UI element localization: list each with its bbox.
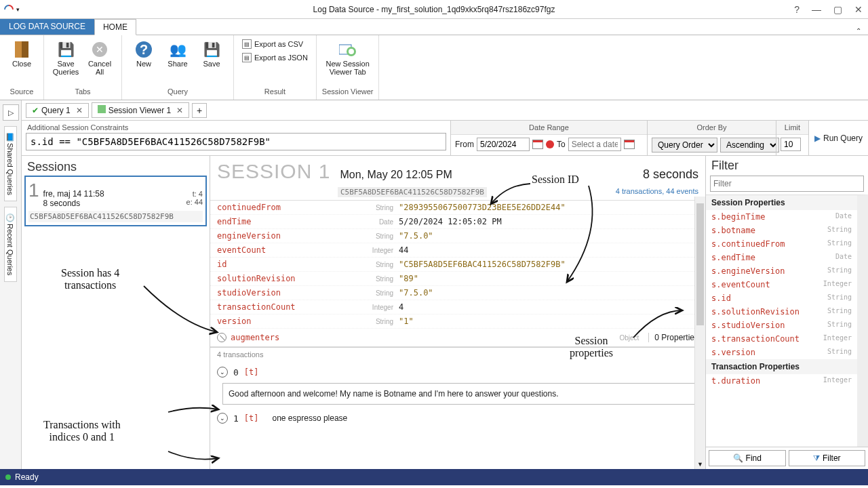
transaction-props-header: Transaction Properties [706, 359, 857, 374]
property-row: continuedFromString2893955067500773D23BE… [210, 201, 705, 215]
session-card[interactable]: 1 fre, maj 14 11:58 8 seconds t: 4 e: 44… [24, 176, 207, 226]
tab-query-1[interactable]: ✔ Query 1 ✕ [26, 103, 89, 118]
check-icon: ✔ [32, 106, 39, 115]
limit-input[interactable] [781, 138, 801, 151]
save-queries-button[interactable]: 💾 Save Queries [50, 38, 82, 87]
filter-prop-row[interactable]: t.durationInteger [706, 374, 857, 388]
transaction-message: Good afternoon and welcome! My name is B… [222, 383, 698, 405]
constraint-label: Additional Session Constraints [22, 121, 450, 133]
save-icon: 💾 [203, 41, 220, 58]
session-hash: C5BF5A8D5EF6BAC411526C58D7582F9B [338, 187, 487, 197]
status-bar: Ready [0, 469, 868, 485]
clock-icon: 🕑 [6, 213, 14, 222]
property-row: engineVersionString7.5.0 [210, 229, 705, 243]
door-icon [13, 41, 31, 58]
filter-prop-row[interactable]: s.endTimeDate [706, 251, 857, 264]
filter-button[interactable]: ⧩Filter [789, 450, 866, 466]
shared-queries-tab[interactable]: 📘 Shared Queries [4, 126, 17, 201]
session-viewer-icon [339, 41, 357, 58]
save-icon: 💾 [57, 41, 75, 58]
filter-prop-row[interactable]: s.transactionCountInteger [706, 332, 857, 346]
add-tab-button[interactable]: + [192, 103, 207, 118]
session-detail: SESSION 1 Mon, May 20 12:05 PM 8 seconds… [210, 156, 705, 469]
null-icon [217, 333, 226, 342]
find-button[interactable]: 🔍Find [709, 450, 786, 466]
close-button[interactable]: Close [5, 38, 38, 87]
new-session-viewer-button[interactable]: New Session Viewer Tab [323, 38, 372, 87]
filter-prop-row[interactable]: s.idString [706, 291, 857, 305]
sessions-column: Sessions 1 fre, maj 14 11:58 8 seconds t… [22, 156, 210, 469]
filter-prop-row[interactable]: s.botnameString [706, 224, 857, 237]
new-query-button[interactable]: ? New [127, 38, 160, 87]
ribbon-tabs: LOG DATA SOURCE HOME ⌃ [0, 19, 868, 35]
sessions-title: Sessions [24, 159, 207, 176]
to-date-input[interactable] [568, 138, 621, 151]
ribbon-tab-home[interactable]: HOME [94, 19, 136, 35]
property-row: transactionCountInteger4 [210, 300, 705, 314]
share-icon: 👥 [169, 41, 186, 58]
maximize-button[interactable]: ▢ [833, 4, 842, 15]
svg-rect-1 [22, 41, 28, 58]
transaction-row-0[interactable]: ⌄ 0 [t] [217, 364, 698, 380]
svg-point-4 [349, 49, 354, 54]
export-csv-button[interactable]: ▤Export as CSV [239, 38, 306, 50]
date-range-label: Date Range [451, 121, 647, 135]
recent-queries-tab[interactable]: 🕑 Recent Queries [4, 207, 17, 282]
left-tool-rail: ▷ 📘 Shared Queries 🕑 Recent Queries [0, 100, 22, 469]
constraint-input[interactable] [26, 133, 446, 150]
scrollbar[interactable]: ▼ [694, 197, 705, 469]
collapse-ribbon-icon[interactable]: ⌃ [856, 27, 861, 35]
filter-prop-row[interactable]: s.engineVersionString [706, 264, 857, 278]
ribbon-tab-log-data-source[interactable]: LOG DATA SOURCE [0, 18, 94, 35]
tab-session-viewer-1[interactable]: Session Viewer 1 ✕ [92, 102, 190, 118]
property-row: versionString1 [210, 314, 705, 329]
expand-rail-button[interactable]: ▷ [3, 104, 19, 121]
session-props-header: Session Properties [706, 195, 857, 210]
svg-rect-5 [98, 105, 106, 113]
from-date-input[interactable] [477, 138, 530, 151]
close-window-button[interactable]: ✕ [854, 4, 863, 15]
session-stats: 4 transactions, 44 events [616, 187, 698, 197]
help-button[interactable]: ? [794, 4, 800, 15]
save-query-button[interactable]: 💾 Save [195, 38, 228, 87]
augmenters-row[interactable]: augmenters Object 0 Properties [210, 329, 705, 347]
close-tab-icon[interactable]: ✕ [76, 106, 83, 115]
property-row: eventCountInteger44 [210, 243, 705, 258]
limit-label: Limit [776, 121, 808, 135]
expand-toggle-icon[interactable]: ⌄ [217, 413, 228, 424]
expand-toggle-icon[interactable]: ⌄ [217, 367, 228, 378]
property-row: solutionRevisionString89 [210, 272, 705, 286]
property-row: endTimeDate5/20/2024 12:05:02 PM [210, 215, 705, 229]
session-datetime: Mon, May 20 12:05 PM [340, 169, 452, 181]
filter-prop-row[interactable]: s.versionString [706, 346, 857, 359]
question-icon: ? [135, 41, 153, 58]
filter-prop-row[interactable]: s.solutionRevisionString [706, 305, 857, 319]
filter-prop-row[interactable]: s.studioVersionString [706, 319, 857, 332]
export-json-button[interactable]: ▤Export as JSON [239, 52, 311, 64]
play-icon: ▶ [814, 134, 821, 143]
property-row: idStringC5BF5A8D5EF6BAC411526C58D7582F9B [210, 258, 705, 272]
close-tab-icon[interactable]: ✕ [176, 106, 183, 115]
filter-input[interactable] [710, 176, 864, 192]
calendar-icon[interactable] [532, 140, 543, 149]
session-header: SESSION 1 [217, 160, 330, 183]
filter-prop-row[interactable]: s.eventCountInteger [706, 278, 857, 291]
file-icon: ▤ [242, 39, 252, 49]
file-icon: ▤ [242, 53, 252, 62]
query-bar: Additional Session Constraints Date Rang… [22, 121, 868, 156]
run-query-button[interactable]: ▶ Run Query [808, 121, 868, 155]
transaction-row-1[interactable]: ⌄ 1 [t] one espresso please [217, 410, 698, 426]
search-icon: 🔍 [733, 453, 743, 463]
filter-prop-row[interactable]: s.continuedFromString [706, 237, 857, 251]
ribbon: Close Source 💾 Save Queries ✕ Cancel All… [0, 35, 868, 100]
cancel-all-button[interactable]: ✕ Cancel All [83, 38, 116, 87]
calendar-icon[interactable] [624, 140, 635, 149]
share-button[interactable]: 👥 Share [161, 38, 194, 87]
document-tabs: ✔ Query 1 ✕ Session Viewer 1 ✕ + [22, 100, 868, 121]
minimize-button[interactable]: — [812, 4, 821, 15]
filter-prop-row[interactable]: s.beginTimeDate [706, 210, 857, 224]
clear-date-icon[interactable] [546, 140, 554, 148]
order-field-select[interactable]: Query Order [652, 138, 717, 152]
window-title: Log Data Source - my_first_solution_1qd9… [0, 5, 868, 14]
order-dir-select[interactable]: Ascending [720, 138, 779, 152]
